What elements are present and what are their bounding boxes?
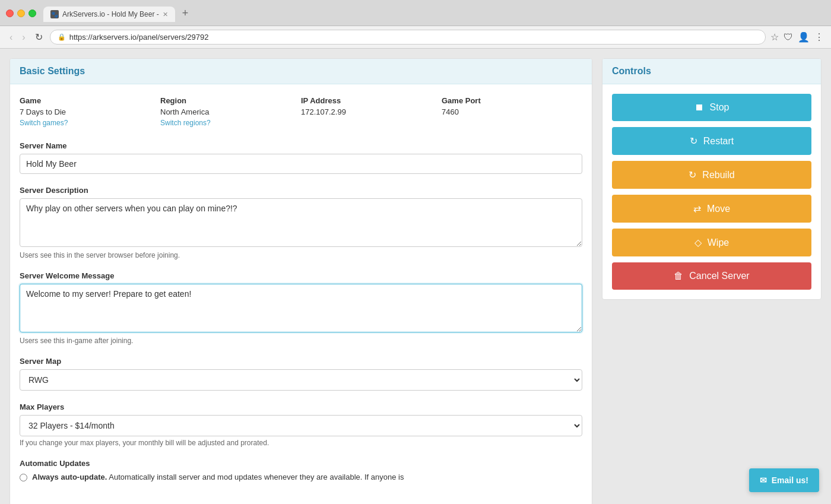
- stop-button[interactable]: ⏹ Stop: [612, 94, 811, 121]
- panel-header: Basic Settings: [10, 59, 592, 84]
- server-map-label: Server Map: [20, 357, 582, 366]
- tab-favicon: 🐾: [50, 10, 59, 18]
- info-grid: Game 7 Days to Die Switch games? Region …: [20, 96, 582, 127]
- page-content: Basic Settings Game 7 Days to Die Switch…: [0, 49, 831, 504]
- traffic-lights: [6, 9, 36, 17]
- game-col: Game 7 Days to Die Switch games?: [20, 96, 160, 127]
- port-value: 7460: [442, 107, 582, 116]
- ip-value: 172.107.2.99: [301, 107, 442, 116]
- game-label: Game: [20, 96, 160, 105]
- controls-title: Controls: [612, 66, 811, 77]
- profile-icon[interactable]: 👤: [798, 31, 810, 43]
- fullscreen-button[interactable]: [28, 9, 36, 17]
- game-value: 7 Days to Die: [20, 107, 160, 116]
- controls-body: ⏹ Stop ↻ Restart ↻ Rebuild ⇄ Move ◇ Wipe…: [602, 84, 821, 299]
- forward-button[interactable]: ›: [20, 31, 27, 44]
- back-button[interactable]: ‹: [7, 31, 15, 44]
- auto-update-radio[interactable]: [20, 474, 27, 481]
- server-desc-input[interactable]: Why play on other servers when you can p…: [20, 198, 582, 247]
- controls-header: Controls: [602, 59, 821, 84]
- menu-icon[interactable]: ⋮: [814, 31, 824, 43]
- tab-title: ArkServers.io - Hold My Beer -: [62, 10, 159, 18]
- auto-updates-group: Automatic Updates Always auto-update. Au…: [20, 459, 582, 481]
- tab-bar: 🐾 ArkServers.io - Hold My Beer - ✕ +: [43, 5, 193, 22]
- address-bar: ‹ › ↻ 🔒 https://arkservers.io/panel/serv…: [0, 26, 831, 49]
- panel-body: Game 7 Days to Die Switch games? Region …: [10, 84, 592, 504]
- move-icon: ⇄: [693, 203, 701, 214]
- move-button[interactable]: ⇄ Move: [612, 195, 811, 223]
- max-players-hint: If you change your max players, your mon…: [20, 439, 582, 447]
- move-label: Move: [707, 204, 730, 214]
- browser-chrome: 🐾 ArkServers.io - Hold My Beer - ✕ +: [0, 0, 831, 26]
- cancel-icon: 🗑: [674, 271, 683, 281]
- main-panel: Basic Settings Game 7 Days to Die Switch…: [9, 58, 592, 504]
- ip-col: IP Address 172.107.2.99: [301, 96, 442, 127]
- email-label: Email us!: [772, 476, 808, 485]
- welcome-msg-input[interactable]: Welcome to my server! Prepare to get eat…: [20, 284, 582, 332]
- restart-button[interactable]: ↻ Restart: [612, 127, 811, 155]
- new-tab-button[interactable]: +: [177, 5, 194, 22]
- cancel-server-button[interactable]: 🗑 Cancel Server: [612, 262, 811, 290]
- panel-title: Basic Settings: [20, 66, 582, 77]
- titlebar: 🐾 ArkServers.io - Hold My Beer - ✕ +: [6, 5, 825, 22]
- restart-label: Restart: [703, 136, 734, 147]
- max-players-label: Max Players: [20, 402, 582, 411]
- url-bar[interactable]: 🔒 https://arkservers.io/panel/servers/29…: [50, 30, 766, 45]
- welcome-msg-hint: Users see this in-game after joining.: [20, 337, 582, 345]
- rebuild-icon: ↻: [689, 169, 696, 180]
- server-map-group: Server Map RWG Navezgane: [20, 357, 582, 391]
- max-players-select[interactable]: 32 Players - $14/month 16 Players - $8/m…: [20, 415, 582, 436]
- wipe-label: Wipe: [708, 237, 729, 248]
- server-desc-hint: Users see this in the server browser bef…: [20, 251, 582, 259]
- reload-button[interactable]: ↻: [33, 30, 45, 44]
- port-col: Game Port 7460: [442, 96, 582, 127]
- region-value: North America: [160, 107, 301, 116]
- server-map-select[interactable]: RWG Navezgane: [20, 369, 582, 391]
- rebuild-label: Rebuild: [702, 170, 734, 180]
- switch-games-link[interactable]: Switch games?: [20, 119, 68, 127]
- cancel-label: Cancel Server: [689, 271, 749, 281]
- region-label: Region: [160, 96, 301, 105]
- address-actions: ☆ 🛡 👤 ⋮: [770, 31, 824, 43]
- auto-update-option: Always auto-update. Automatically instal…: [20, 473, 582, 481]
- restart-icon: ↻: [690, 135, 697, 147]
- server-desc-group: Server Description Why play on other ser…: [20, 186, 582, 259]
- stop-label: Stop: [710, 102, 729, 113]
- minimize-button[interactable]: [17, 9, 25, 17]
- star-icon[interactable]: ☆: [770, 31, 779, 43]
- port-label: Game Port: [442, 96, 582, 105]
- close-button[interactable]: [6, 9, 14, 17]
- email-icon: ✉: [760, 476, 767, 485]
- wipe-icon: ◇: [694, 237, 702, 248]
- shield-icon[interactable]: 🛡: [784, 32, 793, 43]
- region-col: Region North America Switch regions?: [160, 96, 301, 127]
- tab-close-button[interactable]: ✕: [163, 11, 168, 18]
- switch-regions-link[interactable]: Switch regions?: [160, 119, 211, 127]
- controls-panel: Controls ⏹ Stop ↻ Restart ↻ Rebuild ⇄ Mo…: [602, 58, 822, 300]
- wipe-button[interactable]: ◇ Wipe: [612, 229, 811, 256]
- auto-updates-label: Automatic Updates: [20, 459, 582, 468]
- active-tab[interactable]: 🐾 ArkServers.io - Hold My Beer - ✕: [43, 7, 175, 22]
- welcome-msg-group: Server Welcome Message Welcome to my ser…: [20, 271, 582, 345]
- lock-icon: 🔒: [58, 33, 66, 41]
- rebuild-button[interactable]: ↻ Rebuild: [612, 161, 811, 189]
- server-name-label: Server Name: [20, 141, 582, 150]
- email-us-button[interactable]: ✉ Email us!: [749, 468, 819, 492]
- ip-label: IP Address: [301, 96, 442, 105]
- url-text: https://arkservers.io/panel/servers/2979…: [69, 33, 209, 42]
- welcome-msg-label: Server Welcome Message: [20, 271, 582, 280]
- stop-icon: ⏹: [694, 102, 704, 113]
- server-name-input[interactable]: [20, 154, 582, 174]
- max-players-group: Max Players 32 Players - $14/month 16 Pl…: [20, 402, 582, 447]
- server-desc-label: Server Description: [20, 186, 582, 195]
- auto-update-text: Always auto-update. Automatically instal…: [32, 473, 404, 481]
- server-name-group: Server Name: [20, 141, 582, 174]
